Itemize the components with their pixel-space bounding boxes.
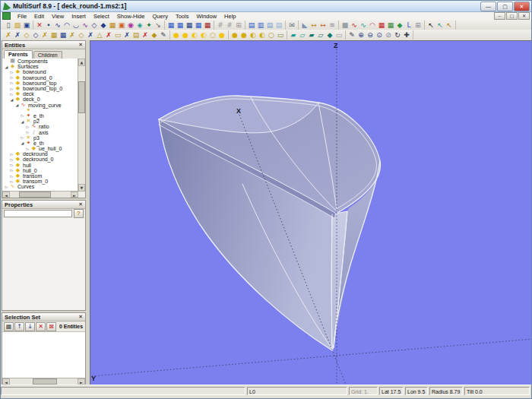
child-close-button[interactable]: ✕ — [518, 12, 530, 20]
selection-horizontal-scrollbar[interactable]: ◄ ► — [2, 378, 85, 385]
insert-solid-icon[interactable]: ◆ — [99, 21, 108, 30]
axes-ruler-icon[interactable]: L — [404, 21, 413, 30]
show-query-icon[interactable]: ● — [172, 30, 181, 40]
tree-item-ue_hull_0[interactable]: ▷◆ue_hull_0 — [2, 146, 78, 151]
select-pointer-icon[interactable]: ↖ — [426, 21, 435, 30]
menu-select[interactable]: Select — [90, 13, 113, 20]
expander-closed-icon[interactable]: ▷ — [9, 87, 14, 91]
insert-curve-icon[interactable]: ∿ — [81, 21, 90, 30]
new-surface-icon[interactable]: ◇ — [77, 30, 86, 40]
zoom-out-icon[interactable]: ⊖ — [366, 30, 375, 40]
3d-viewport[interactable]: X Y Z — [90, 40, 531, 385]
render-check-icon[interactable]: ▦ — [386, 21, 395, 30]
copy-icon[interactable]: ▤ — [247, 21, 256, 30]
maximize-button[interactable]: ▢ — [497, 2, 513, 11]
child-restore-button[interactable]: ▢ — [506, 12, 518, 20]
tree-item-bowround_top[interactable]: ▷◆bowround_top — [2, 81, 78, 86]
offsets-out-icon[interactable]: ↔ — [309, 21, 318, 30]
tree-item-deck[interactable]: ▷◆deck — [2, 91, 78, 97]
zoom-window-icon[interactable]: ⊙ — [375, 30, 384, 40]
tree-item-ratio[interactable]: ▷∿ratio — [2, 124, 78, 129]
view-layout-3-icon[interactable]: ▦ — [185, 21, 194, 30]
minimize-button[interactable]: — — [480, 2, 496, 11]
display-surface-icon[interactable]: ▰ — [307, 30, 316, 40]
hide-all-icon[interactable]: ○ — [267, 30, 276, 40]
delete-entity-icon[interactable]: ✕ — [35, 21, 44, 30]
grid-align-icon[interactable]: ⊞ — [234, 21, 243, 30]
new-knotlist-icon[interactable]: ✗ — [122, 30, 131, 40]
mesh-surface-icon[interactable]: ▦ — [108, 21, 117, 30]
tree-item-axis[interactable]: ▷/axis — [2, 129, 78, 135]
insert-polyline-icon[interactable]: ∿ — [53, 21, 62, 30]
tree-item-deckround_0[interactable]: ▷◆deckround_0 — [2, 157, 78, 162]
close-entities-panel-button[interactable]: ✕ — [78, 42, 83, 48]
insert-snake-icon[interactable]: ◡ — [71, 21, 81, 30]
paste-icon[interactable]: ▥ — [256, 21, 265, 30]
scroll-left-icon[interactable]: ◄ — [2, 192, 10, 198]
trim-surface-icon[interactable]: ▣ — [117, 21, 126, 30]
entities-vertical-scrollbar[interactable]: ▲ ▼ — [78, 59, 85, 192]
expander-closed-icon[interactable]: ▷ — [9, 174, 14, 179]
scroll-right-icon[interactable]: ► — [71, 192, 78, 198]
surface-normal-icon[interactable]: ◆ — [395, 21, 404, 30]
scroll-thumb[interactable] — [19, 192, 51, 198]
scroll-down-icon[interactable]: ▼ — [78, 184, 85, 192]
porcupine-icon[interactable]: ∿ — [359, 21, 368, 30]
close-properties-panel-button[interactable]: ✕ — [78, 201, 83, 207]
tree-item-deck_0[interactable]: ◢◆deck_0 — [2, 97, 78, 102]
tree-item-bowround_0[interactable]: ▷◆bowround_0 — [2, 75, 78, 81]
tree-item-e_th[interactable]: ▷✦e_th — [2, 113, 78, 119]
curvature-profile-icon[interactable]: ∿ — [350, 21, 359, 30]
display-flat-icon[interactable]: ▭ — [334, 30, 344, 40]
menu-insert[interactable]: Insert — [68, 13, 90, 20]
grid-fine-icon[interactable]: # — [216, 21, 225, 30]
hide-children-icon[interactable]: ◐ — [258, 30, 267, 40]
expander-closed-icon[interactable]: ▷ — [20, 113, 25, 118]
menu-help[interactable]: Help — [220, 13, 239, 20]
move-up-button[interactable]: ↑ — [14, 322, 24, 331]
edit-definitions-icon[interactable]: ✎ — [159, 30, 168, 40]
entities-horizontal-scrollbar[interactable]: ◄ ► — [2, 191, 78, 198]
hide-wireframe-icon[interactable]: ▭ — [276, 30, 285, 40]
magnet-icon[interactable]: ◉ — [126, 21, 135, 30]
geodesic-icon[interactable]: ◠ — [368, 21, 377, 30]
new-graph-icon[interactable]: ✗ — [141, 30, 150, 40]
tree-item-p3[interactable]: ▷✕p3 — [2, 135, 78, 141]
blank-entity-icon[interactable]: ■ — [340, 21, 350, 30]
tree-item-e_th[interactable]: ◢✦e_th — [2, 141, 78, 146]
document-icon[interactable] — [2, 12, 11, 20]
duplicate-icon[interactable]: ▤ — [265, 21, 274, 30]
zoom-in-icon[interactable]: ⊕ — [356, 30, 366, 40]
tree-item-transom[interactable]: ▷◆transom — [2, 173, 78, 179]
scroll-thumb[interactable] — [33, 378, 57, 385]
compare-icon[interactable]: ≋ — [328, 21, 337, 30]
clone-icon[interactable]: ▤ — [274, 21, 283, 30]
view-layout-1-icon[interactable]: ▦ — [166, 21, 176, 30]
offsets-in-icon[interactable]: ↔ — [318, 21, 328, 30]
open-folder-icon[interactable]: ▨ — [13, 21, 22, 30]
new-snake-icon[interactable]: ✗ — [68, 30, 77, 40]
new-point-icon[interactable]: ✗ — [4, 30, 13, 40]
display-solid-icon[interactable]: ▰ — [289, 30, 298, 40]
new-line-icon[interactable]: ✗ — [40, 30, 49, 40]
scroll-left-icon[interactable]: ◄ — [2, 378, 10, 385]
menu-file[interactable]: File — [14, 13, 30, 20]
display-mesh-icon[interactable]: ▱ — [298, 30, 307, 40]
display-normals-icon[interactable]: ◆ — [325, 30, 334, 40]
menu-edit[interactable]: Edit — [30, 13, 48, 20]
view-layout-5-icon[interactable]: ▦ — [203, 21, 212, 30]
tree-item-hull[interactable]: ▷◆hull — [2, 163, 78, 168]
tree-item-p2[interactable]: ◢✕p2 — [2, 119, 78, 124]
select-chain-icon[interactable]: ↖ — [445, 21, 454, 30]
hide-selected-icon[interactable]: ● — [239, 30, 249, 40]
tab-parents[interactable]: Parents — [4, 50, 33, 59]
menu-show-hide[interactable]: Show-Hide — [113, 13, 149, 20]
tab-children[interactable]: Children — [33, 51, 62, 59]
new-plane-icon[interactable]: ✗ — [86, 30, 95, 40]
insert-point-icon[interactable]: • — [44, 21, 53, 30]
hydrostatics-icon[interactable]: ◣ — [300, 21, 309, 30]
tree-item-node[interactable]: ✶ — [2, 108, 78, 113]
new-file-icon[interactable]: ▯ — [4, 21, 13, 30]
expander-closed-icon[interactable]: ▷ — [20, 135, 25, 140]
expander-open-icon[interactable]: ◢ — [20, 119, 25, 124]
